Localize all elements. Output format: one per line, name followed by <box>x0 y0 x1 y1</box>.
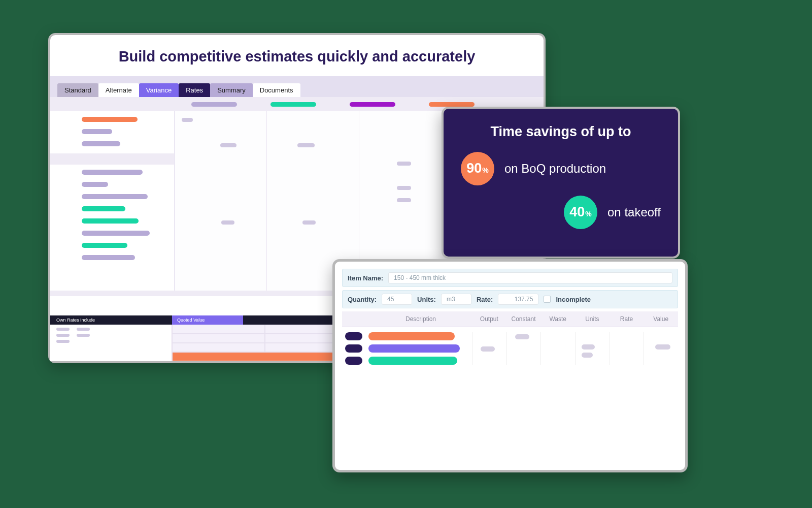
footer-label-quoted-value: Quoted Value <box>172 315 243 325</box>
drag-handle-icon[interactable] <box>345 332 362 340</box>
incomplete-checkbox[interactable] <box>544 296 551 303</box>
column-header-4[interactable] <box>429 102 475 107</box>
tabbar-container: Standard Alternate Variance Rates Summar… <box>50 76 544 97</box>
footer-label-own-rates: Own Rates Include <box>50 318 172 323</box>
data-col-units[interactable] <box>575 332 610 365</box>
row-labels <box>50 111 175 291</box>
tab-variance[interactable]: Variance <box>139 83 179 97</box>
callout-row-boq: 90% on BoQ production <box>461 152 661 185</box>
tab-summary[interactable]: Summary <box>210 83 253 97</box>
page-title: Build competitive estimates quickly and … <box>50 35 544 76</box>
col-description[interactable]: Description <box>365 315 472 323</box>
col-rate[interactable]: Rate <box>610 315 644 323</box>
rate-label: Rate: <box>477 296 493 303</box>
badge-90: 90% <box>461 152 494 185</box>
row-label[interactable] <box>82 129 112 134</box>
rate-field[interactable]: 137.75 <box>498 294 538 305</box>
section-divider <box>50 153 174 165</box>
row-label[interactable] <box>82 182 108 187</box>
row-label[interactable] <box>82 243 127 248</box>
col-value[interactable]: Value <box>644 315 678 323</box>
col-constant[interactable]: Constant <box>506 315 541 323</box>
units-label: Units: <box>417 296 436 303</box>
badge-40: 40% <box>564 196 597 229</box>
tab-rates[interactable]: Rates <box>179 83 210 97</box>
row-handles <box>342 332 365 365</box>
detail-body <box>342 327 678 365</box>
drag-handle-icon[interactable] <box>345 357 362 365</box>
footer-left <box>50 325 172 361</box>
row-label[interactable] <box>82 255 135 260</box>
column-header-3[interactable] <box>350 102 395 107</box>
row-label[interactable] <box>82 231 150 236</box>
drag-handle-icon[interactable] <box>345 344 362 353</box>
tab-alternate[interactable]: Alternate <box>98 83 139 97</box>
list-item[interactable] <box>368 332 455 340</box>
item-detail-panel: Item Name: 150 - 450 mm thick Quantity: … <box>332 259 688 472</box>
savings-callout: Time savings of up to 90% on BoQ product… <box>442 107 680 259</box>
detail-columns-header: Description Output Constant Waste Units … <box>342 311 678 327</box>
list-item[interactable] <box>368 357 457 365</box>
item-name-label: Item Name: <box>348 274 383 282</box>
data-column[interactable] <box>175 111 267 291</box>
row-label[interactable] <box>82 194 148 199</box>
column-header-2[interactable] <box>270 102 316 107</box>
description-column <box>365 332 472 365</box>
quantity-label: Quantity: <box>348 296 377 303</box>
item-name-field[interactable]: 150 - 450 mm thick <box>388 272 672 283</box>
list-item[interactable] <box>368 344 460 353</box>
callout-title: Time savings of up to <box>461 124 661 140</box>
tabbar: Standard Alternate Variance Rates Summar… <box>57 83 536 97</box>
column-header-1[interactable] <box>191 102 237 107</box>
callout-text-takeoff: on takeoff <box>607 205 661 219</box>
data-col-value[interactable] <box>644 332 678 365</box>
row-label[interactable] <box>82 218 139 224</box>
item-metrics-row: Quantity: 45 Units: m3 Rate: 137.75 Inco… <box>342 290 678 308</box>
item-name-row: Item Name: 150 - 450 mm thick <box>342 269 678 287</box>
col-waste[interactable]: Waste <box>540 315 575 323</box>
incomplete-label: Incomplete <box>556 296 591 303</box>
row-label[interactable] <box>82 117 138 122</box>
data-col-constant[interactable] <box>506 332 541 365</box>
detail-data-grid <box>472 332 678 365</box>
callout-row-takeoff: 40% on takeoff <box>512 196 661 229</box>
tab-standard[interactable]: Standard <box>57 83 98 97</box>
col-units[interactable]: Units <box>575 315 610 323</box>
col-output[interactable]: Output <box>472 315 506 323</box>
data-col-output[interactable] <box>472 332 506 365</box>
row-label[interactable] <box>82 170 143 175</box>
tab-documents[interactable]: Documents <box>253 83 300 97</box>
units-field[interactable]: m3 <box>441 294 471 305</box>
data-col-waste[interactable] <box>540 332 575 365</box>
quantity-field[interactable]: 45 <box>382 294 412 305</box>
row-label[interactable] <box>82 206 125 211</box>
data-col-rate[interactable] <box>610 332 644 365</box>
callout-text-boq: on BoQ production <box>504 162 606 176</box>
row-label[interactable] <box>82 141 120 146</box>
